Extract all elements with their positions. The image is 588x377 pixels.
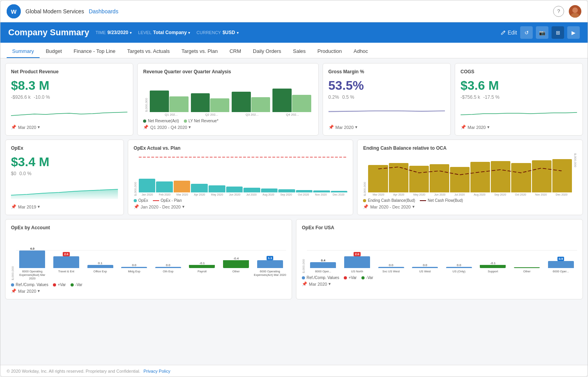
refresh-button[interactable]: ↺: [520, 26, 533, 39]
card-footer-period[interactable]: 📌 Q1 2020 - Q4 2020 ▾: [143, 123, 312, 130]
card-footer-period[interactable]: 📌 Mar 2020 ▾: [328, 123, 445, 130]
chart-legend: Net Revenue(Act) LY Net Revenue*: [143, 119, 312, 123]
cards-row-2: OpEx $3.4 M $0 0.0 %: [5, 140, 583, 215]
card-ending-cash-balance: Ending Cash Balance relative to OCA $,00…: [357, 140, 583, 215]
card-footer-period[interactable]: 📌 Mar 2020 ▾: [11, 287, 286, 294]
card-net-product-revenue: Net Product Revenue $8.3 M -$926.6 k -10…: [5, 63, 133, 136]
card-title: Ending Cash Balance relative to OCA: [363, 145, 577, 151]
tab-crm[interactable]: CRM: [224, 45, 247, 58]
card-cogs: COGS $3.6 M -$756.5 k -17.5 % 📌 Mar 2020…: [455, 63, 583, 136]
card-gross-margin: Gross Margin % 53.5% 0.2% 0.5 % 📌 Mar 20…: [323, 63, 451, 136]
level-filter[interactable]: LEVEL Total Company ▾: [138, 30, 190, 35]
header-bar: Company Summary TIME 9/23/2020 ▾ LEVEL T…: [0, 22, 588, 43]
workday-logo: w: [7, 4, 21, 18]
tab-sales[interactable]: Sales: [287, 45, 311, 58]
card-opex: OpEx $3.4 M $0 0.0 %: [5, 140, 124, 215]
tab-targets-vs-plan[interactable]: Targets vs. Plan: [176, 45, 223, 58]
chart-legend: Ref./Comp. Values +Var -Var: [11, 283, 286, 287]
svg-point-3: [571, 13, 579, 18]
card-sub: 0.2% 0.5 %: [328, 94, 445, 100]
sparkline-chart: [328, 103, 445, 119]
card-opex-by-account: OpEx by Account $,000,000 4.0: [5, 219, 292, 299]
card-value: 53.5%: [328, 78, 445, 93]
page-footer: © 2020 Workday, Inc. All rights reserved…: [0, 365, 588, 377]
dashboards-link[interactable]: Dashboards: [89, 8, 118, 14]
help-button[interactable]: ?: [553, 6, 564, 17]
tab-production[interactable]: Production: [312, 45, 347, 58]
card-title: OpEx Actual vs. Plan: [134, 145, 348, 151]
card-footer-period[interactable]: 📌 Mar 2020 ▾: [461, 123, 577, 130]
main-content: Net Product Revenue $8.3 M -$926.6 k -10…: [0, 58, 588, 365]
header-actions: Edit ↺ 📷 ⊞ ▶: [501, 26, 580, 39]
tabs-bar: Summary Budget Finance - Top Line Target…: [0, 43, 588, 58]
card-title: Revenue Quarter over Quarter Analysis: [143, 69, 312, 74]
card-sub: $0 0.0 %: [11, 171, 118, 176]
tab-summary[interactable]: Summary: [7, 45, 40, 58]
company-name: Global Modern Services: [25, 8, 84, 14]
privacy-policy-link[interactable]: Privacy Policy: [143, 369, 170, 373]
camera-button[interactable]: 📷: [536, 26, 548, 39]
sparkline-chart: [461, 103, 577, 119]
grid-view-button[interactable]: ⊞: [552, 26, 564, 39]
card-value: $8.3 M: [11, 78, 127, 93]
card-footer-period[interactable]: 📌 Mar 2020 ▾: [11, 123, 127, 130]
card-footer-period[interactable]: 📌 Mar 2020 - Dec 2020 ▾: [363, 203, 577, 209]
video-button[interactable]: ▶: [567, 26, 580, 39]
tab-budget[interactable]: Budget: [40, 45, 67, 58]
tab-targets-vs-actuals[interactable]: Targets vs. Actuals: [122, 45, 175, 58]
card-title: Gross Margin %: [328, 69, 445, 74]
tab-adhoc[interactable]: Adhoc: [348, 45, 374, 58]
card-value: $3.4 M: [11, 155, 118, 169]
cards-row-3: OpEx by Account $,000,000 4.0: [5, 219, 583, 299]
cards-row-1: Net Product Revenue $8.3 M -$926.6 k -10…: [5, 63, 583, 136]
time-filter[interactable]: TIME 9/23/2020 ▾: [96, 30, 132, 35]
card-opex-actual-vs-plan: OpEx Actual vs. Plan $,000,000: [128, 140, 354, 215]
card-footer-period[interactable]: 📌 Jan 2020 - Dec 2020 ▾: [134, 203, 348, 209]
svg-point-2: [572, 7, 578, 13]
card-value: $3.6 M: [461, 78, 577, 93]
sparkline-chart: [11, 179, 118, 199]
card-sub: -$926.6 k -10.0 %: [11, 94, 127, 100]
tab-finance-top-line[interactable]: Finance - Top Line: [68, 45, 121, 58]
card-revenue-quarter: Revenue Quarter over Quarter Analysis $,…: [137, 63, 318, 136]
card-footer-period[interactable]: 📌 Mar 2020 ▾: [302, 280, 577, 286]
card-sub: -$756.5 k -17.5 %: [461, 94, 577, 100]
edit-button[interactable]: Edit: [501, 29, 517, 36]
card-title: OpEx by Account: [11, 225, 286, 230]
page-title: Company Summary: [8, 27, 89, 38]
top-navigation: w Global Modern Services Dashboards ?: [0, 0, 588, 22]
card-title: COGS: [461, 69, 577, 74]
user-avatar[interactable]: [569, 5, 581, 18]
card-footer-period[interactable]: 📌 Mar 2019 ▾: [11, 203, 118, 209]
card-title: Net Product Revenue: [11, 69, 127, 74]
copyright-text: © 2020 Workday, Inc. All rights reserved…: [7, 369, 140, 373]
chart-legend: Ref./Comp. Values +Var -Var: [302, 276, 577, 280]
tab-daily-orders[interactable]: Daily Orders: [247, 45, 287, 58]
card-opex-for-usa: OpEx For USA $,000,000 0.4: [296, 219, 583, 299]
card-title: OpEx: [11, 145, 118, 151]
currency-filter[interactable]: CURRENCY $USD ▾: [196, 30, 238, 35]
card-title: OpEx For USA: [302, 225, 577, 230]
svg-text:w: w: [11, 7, 17, 15]
chart-legend: Ending Cash Balance(Bud) Net Cash Flow(B…: [363, 198, 577, 203]
sparkline-chart: [11, 103, 127, 119]
chart-legend: OpEx OpEx - Plan: [134, 198, 348, 203]
